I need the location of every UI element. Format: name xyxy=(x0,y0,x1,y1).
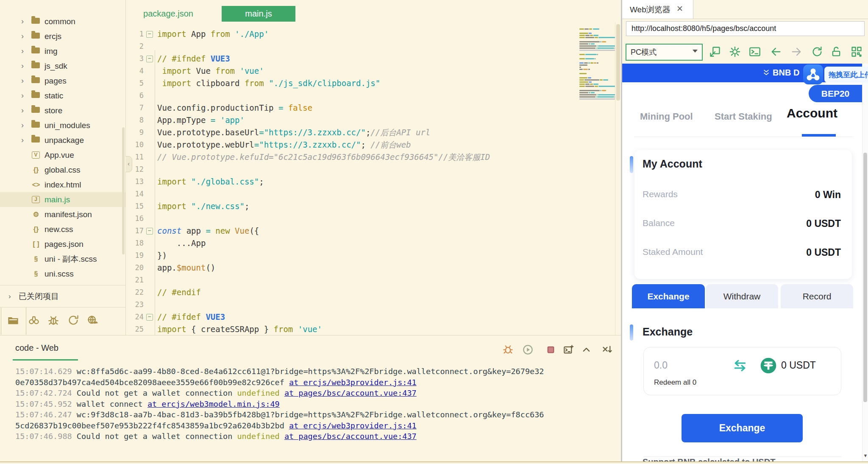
tab-record[interactable]: Record xyxy=(781,284,853,308)
device-mode-value: PC模式 xyxy=(631,47,657,57)
tree-file-new.css[interactable]: {} new.css xyxy=(0,222,125,237)
page-scrollbar[interactable]: ▼ xyxy=(862,64,868,461)
manifest-file-icon: ⚙ xyxy=(31,210,42,218)
page-scrollbar-thumb[interactable] xyxy=(863,153,867,402)
code-line-11: 11// Vue.prototype.kefuId="6c21c5ac19d96… xyxy=(126,151,621,163)
tree-file-index.html[interactable]: <> index.html xyxy=(0,177,125,192)
stop-icon[interactable] xyxy=(545,344,556,355)
tree-file-App.vue[interactable]: V App.vue xyxy=(0,148,125,162)
tab-exchange[interactable]: Exchange xyxy=(632,284,705,308)
back-icon[interactable] xyxy=(770,46,782,58)
sidebar-collapse-handle[interactable]: ‹ xyxy=(125,156,132,172)
console-line: 15:07:14.629 wc:8ffa5d6c-aa99-4b80-8ced-… xyxy=(15,366,544,377)
nav-account[interactable]: Account xyxy=(787,106,837,120)
search-icon[interactable] xyxy=(28,314,40,326)
tree-file-global.css[interactable]: {} global.css xyxy=(0,162,125,177)
tree-file-pages.json[interactable]: [ ] pages.json xyxy=(0,237,125,252)
lock-icon[interactable] xyxy=(830,46,842,58)
folder-label: common xyxy=(45,17,75,26)
close-icon[interactable]: ✕ xyxy=(676,4,683,14)
console-source-link[interactable]: at ercjs/web3provider.js:41 xyxy=(289,378,417,387)
fold-marker-icon[interactable]: − xyxy=(146,31,153,38)
code-line-14: 14 xyxy=(126,188,621,200)
console-text: 15:07:45.952 xyxy=(15,400,72,408)
scroll-down-arrow[interactable]: ▼ xyxy=(863,453,868,458)
console-source-link[interactable]: at ercjs/web3provider.js:41 xyxy=(289,421,417,430)
project-sidebar: › common› ercjs› img› js_sdk› pages› sta… xyxy=(0,0,126,335)
console-text: wallet connect xyxy=(72,400,147,408)
closed-projects-row[interactable]: › 已关闭项目 xyxy=(0,285,125,307)
files-icon[interactable] xyxy=(7,314,19,326)
new-terminal-icon[interactable] xyxy=(563,344,574,355)
file-label: global.css xyxy=(45,165,81,175)
qr-grid-icon[interactable] xyxy=(851,46,862,58)
editor-tab-main.js[interactable]: main.js xyxy=(222,6,295,22)
web-icon[interactable] xyxy=(87,314,99,326)
tree-file-uni.scss[interactable]: § uni.scss xyxy=(0,266,125,281)
line-number: 6 xyxy=(126,89,144,102)
account-row-label: Balance xyxy=(643,218,675,228)
code-line-15: 15import "./new.css"; xyxy=(126,200,621,212)
console-tab-label[interactable]: code - Web xyxy=(15,343,58,353)
chevron-right-icon: › xyxy=(21,133,24,148)
upload-float-icon[interactable] xyxy=(803,64,823,84)
terminal-icon[interactable] xyxy=(749,46,761,58)
tree-folder-common[interactable]: › common xyxy=(0,14,125,29)
console-source-link[interactable]: at pages/bsc/account.vue:437 xyxy=(284,432,417,441)
tree-folder-pages[interactable]: › pages xyxy=(0,73,125,88)
tree-folder-unpackage[interactable]: › unpackage xyxy=(0,133,125,148)
code-area[interactable]: 1−import App from './App'23−// #ifndef V… xyxy=(126,22,621,335)
fold-marker-icon[interactable]: − xyxy=(146,228,153,235)
tree-file-uni - 副本.scss[interactable]: § uni - 副本.scss xyxy=(0,252,125,266)
bug-icon[interactable] xyxy=(502,344,514,355)
forward-icon[interactable] xyxy=(790,46,802,58)
console-source-link[interactable]: at ercjs/web3model.min.js:49 xyxy=(147,400,280,408)
fold-marker-icon[interactable]: − xyxy=(146,314,153,321)
debug-icon[interactable] xyxy=(47,314,59,326)
exchange-button[interactable]: Exchange xyxy=(682,414,803,442)
folder-icon xyxy=(31,77,40,83)
publish-icon[interactable] xyxy=(67,314,79,326)
amount-value[interactable]: 0.0 xyxy=(654,360,668,371)
folder-icon xyxy=(31,122,40,128)
css-file-icon: {} xyxy=(31,226,42,233)
swap-icon[interactable] xyxy=(732,357,748,374)
redeem-all-text[interactable]: Redeem all 0 xyxy=(654,378,696,387)
line-number: 13 xyxy=(126,176,144,188)
console-text: undefined xyxy=(237,389,284,397)
tree-folder-static[interactable]: › static xyxy=(0,88,125,103)
tree-file-manifest.json[interactable]: ⚙ manifest.json xyxy=(0,207,125,222)
collapse-icon[interactable] xyxy=(581,344,592,355)
tree-file-main.js[interactable]: J main.js xyxy=(0,192,125,207)
open-external-icon[interactable] xyxy=(709,46,721,58)
tree-folder-uni_modules[interactable]: › uni_modules xyxy=(0,118,125,133)
double-chevron-down-icon[interactable] xyxy=(762,69,771,77)
fold-marker-icon[interactable]: − xyxy=(146,56,153,62)
refresh-icon[interactable] xyxy=(811,46,823,58)
clear-icon[interactable] xyxy=(601,344,613,355)
tree-folder-img[interactable]: › img xyxy=(0,44,125,59)
tree-folder-store[interactable]: › store xyxy=(0,103,125,118)
nav-start-staking[interactable]: Start Staking xyxy=(715,111,772,122)
line-number: 9 xyxy=(126,126,144,139)
browser-tab[interactable]: Web浏览器 ✕ xyxy=(622,0,693,19)
sidebar-scrollbar[interactable] xyxy=(122,127,125,254)
folder-icon xyxy=(31,92,40,98)
nav-mining-pool[interactable]: Mining Pool xyxy=(640,111,693,122)
run-icon[interactable] xyxy=(522,344,534,355)
file-label: uni - 副本.scss xyxy=(45,254,97,265)
settings-icon[interactable] xyxy=(729,46,741,58)
tree-folder-js_sdk[interactable]: › js_sdk xyxy=(0,59,125,73)
code-line-7: 7Vue.config.productionTip = false xyxy=(126,102,621,114)
line-number: 24 xyxy=(126,311,144,323)
tab-withdraw[interactable]: Withdraw xyxy=(706,284,778,308)
url-input[interactable] xyxy=(626,21,865,36)
console-source-link[interactable]: at pages/bsc/account.vue:437 xyxy=(284,389,417,397)
tree-folder-ercjs[interactable]: › ercjs xyxy=(0,29,125,44)
accent-bar xyxy=(630,324,633,341)
status-strip xyxy=(0,462,868,464)
web-browser-panel: Web浏览器 ✕ PC模式 BNB D 拖拽至此上传 BEP20 Mining … xyxy=(622,0,868,464)
device-mode-select[interactable]: PC模式 xyxy=(626,44,703,61)
line-number: 2 xyxy=(126,40,144,53)
editor-tab-package.json[interactable]: package.json xyxy=(143,6,194,22)
